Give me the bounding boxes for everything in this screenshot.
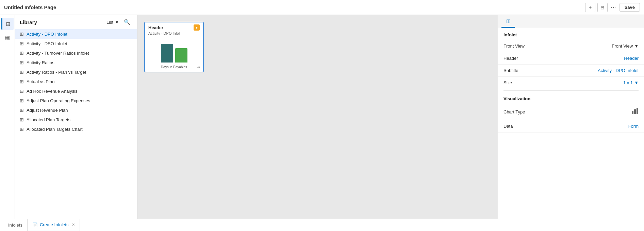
grid-icon: ⊞ <box>6 21 10 27</box>
size-value-container[interactable]: 1 x 1 ▼ <box>623 80 639 85</box>
item-label: Activity Ratios - Plan vs Target <box>27 70 86 75</box>
grid-icon: ⊞ <box>20 69 24 75</box>
tab-create-infolets-label: Create Infolets <box>40 222 69 227</box>
item-label: Ad Hoc Revenue Analysis <box>27 89 78 94</box>
chevron-down-icon: ▼ <box>115 20 119 25</box>
front-view-label: Front View <box>503 43 525 49</box>
list-item[interactable]: ⊞ Activity - DSO Infolet <box>15 39 137 48</box>
props-row-data: Data Form <box>498 120 644 132</box>
grid-icon: ⊞ <box>20 79 24 84</box>
infolet-header-title: Header <box>148 25 163 30</box>
svg-rect-0 <box>632 111 633 114</box>
props-tab-bar: ◫ <box>498 15 644 28</box>
list-toggle-button[interactable]: List ▼ <box>106 20 119 25</box>
more-menu-button[interactable]: ··· <box>610 4 617 11</box>
sidebar-icon-grid[interactable]: ⊞ <box>1 18 14 30</box>
svg-rect-1 <box>634 109 636 114</box>
front-view-dropdown[interactable]: Front View ▼ <box>612 43 639 49</box>
list-label: List <box>106 20 113 25</box>
chart-bar-2 <box>175 48 187 63</box>
list-item[interactable]: ⊞ Adjust Plan Operating Expenses <box>15 96 137 105</box>
infolet-card-header: Header ▼ <box>145 22 203 31</box>
grid-icon: ⊞ <box>20 50 24 56</box>
list-item[interactable]: ⊞ Allocated Plan Targets Chart <box>15 124 137 134</box>
library-title: Library <box>20 19 37 25</box>
props-section-visualization: Visualization <box>498 92 644 104</box>
item-label: Activity - DSO Infolet <box>27 41 67 46</box>
grid-icon: ⊞ <box>20 31 24 37</box>
bottom-tab-bar: Infolets 📄 Create Infolets ✕ <box>0 219 644 231</box>
tab-infolets-label: Infolets <box>8 223 22 228</box>
chart-type-label: Chart Type <box>503 109 525 114</box>
list-item[interactable]: ⊞ Adjust Revenue Plan <box>15 105 137 115</box>
tab-close-button[interactable]: ✕ <box>72 223 75 227</box>
chevron-down-icon: ▼ <box>634 43 639 49</box>
properties-panel: ◫ Infolet Front View Front View ▼ Header… <box>498 15 644 219</box>
panel-icon: ⊟ <box>600 5 605 10</box>
tab-create-infolets[interactable]: 📄 Create Infolets ✕ <box>28 219 80 231</box>
list-item[interactable]: ⊞ Allocated Plan Targets <box>15 115 137 124</box>
header-value[interactable]: Header <box>624 56 639 61</box>
subtitle-label: Subtitle <box>503 68 518 73</box>
item-label: Allocated Plan Targets <box>27 117 70 122</box>
grid-icon: ⊞ <box>20 98 24 103</box>
sidebar-icon-chart[interactable]: ▦ <box>1 31 14 43</box>
props-row-front-view: Front View Front View ▼ <box>498 40 644 52</box>
infolet-dropdown-badge[interactable]: ▼ <box>194 24 200 31</box>
props-section-infolet: Infolet <box>498 28 644 40</box>
chevron-down-icon: ▼ <box>634 80 639 85</box>
infolet-arrow-icon: ➔ <box>197 65 200 70</box>
chart-bar-1 <box>161 44 173 63</box>
props-row-chart-type: Chart Type <box>498 104 644 120</box>
list-item[interactable]: ⊞ Activity - DPO Infolet <box>15 29 137 39</box>
item-label: Allocated Plan Targets Chart <box>27 127 83 132</box>
chart-type-icon[interactable] <box>631 107 639 117</box>
grid-icon: ⊞ <box>20 107 24 113</box>
save-button[interactable]: Save <box>620 3 640 12</box>
list-item[interactable]: ⊞ Activity Ratios <box>15 58 137 67</box>
props-tab-layout[interactable]: ◫ <box>501 15 515 28</box>
topbar-actions: ＋ ⊟ ··· Save <box>585 3 640 12</box>
item-label: Activity - DPO Infolet <box>27 32 67 37</box>
item-label: Activity - Turnover Ratios Infolet <box>27 51 89 56</box>
props-row-size: Size 1 x 1 ▼ <box>498 77 644 89</box>
tab-infolets[interactable]: Infolets <box>3 219 28 231</box>
search-icon[interactable]: 🔍 <box>122 18 132 26</box>
item-label: Activity Ratios <box>27 60 54 65</box>
topbar: Untitled Infolets Page ＋ ⊟ ··· Save <box>0 0 644 15</box>
props-scroll: Infolet Front View Front View ▼ Header H… <box>498 28 644 219</box>
canvas-area: Header ▼ Activity - DPO Infol Days in Pa… <box>137 15 498 219</box>
grid-icon: ⊞ <box>20 126 24 132</box>
document-icon: 📄 <box>32 222 38 227</box>
grid-icon: ⊞ <box>20 60 24 65</box>
list-item[interactable]: ⊞ Actual vs Plan <box>15 77 137 86</box>
props-row-subtitle: Subtitle Activity - DPO Infolet <box>498 65 644 77</box>
data-value[interactable]: Form <box>628 124 639 129</box>
library-panel: Library List ▼ 🔍 ⊞ Activity - DPO Infole… <box>15 15 137 219</box>
item-label: Adjust Revenue Plan <box>27 108 68 113</box>
add-button[interactable]: ＋ <box>585 3 595 12</box>
plus-icon: ＋ <box>588 4 593 11</box>
svg-rect-2 <box>637 108 638 114</box>
size-label: Size <box>503 80 512 85</box>
panel-toggle-button[interactable]: ⊟ <box>597 3 608 12</box>
infolet-card[interactable]: Header ▼ Activity - DPO Infol Days in Pa… <box>144 22 204 72</box>
library-header: Library List ▼ 🔍 <box>15 15 137 28</box>
infolet-chart <box>145 37 203 64</box>
list-item[interactable]: ⊟ Ad Hoc Revenue Analysis <box>15 86 137 96</box>
page-title: Untitled Infolets Page <box>4 4 56 10</box>
grid-icon: ⊞ <box>20 117 24 122</box>
header-label: Header <box>503 56 518 61</box>
library-list: ⊞ Activity - DPO Infolet ⊞ Activity - DS… <box>15 28 137 219</box>
sidebar-icons: ⊞ ▦ <box>0 15 15 219</box>
subtitle-value[interactable]: Activity - DPO Infolet <box>598 68 639 73</box>
props-row-header: Header Header <box>498 52 644 65</box>
data-label: Data <box>503 124 513 129</box>
list-item[interactable]: ⊞ Activity Ratios - Plan vs Target <box>15 67 137 77</box>
chart-icon: ▦ <box>5 34 10 41</box>
front-view-value: Front View <box>612 43 633 49</box>
size-value: 1 x 1 <box>623 80 633 85</box>
infolet-footer: Days in Payables <box>145 64 203 72</box>
list-item[interactable]: ⊞ Activity - Turnover Ratios Infolet <box>15 48 137 58</box>
item-label: Adjust Plan Operating Expenses <box>27 98 90 103</box>
